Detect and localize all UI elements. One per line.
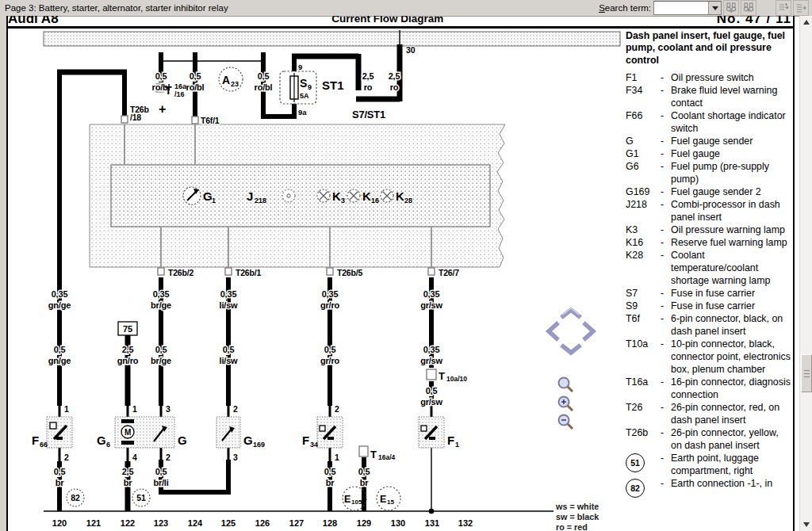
g-label: G — [178, 434, 187, 447]
wire-label: 0,35 — [220, 289, 237, 299]
scroll-up-arrow-icon — [803, 17, 810, 25]
legend-entry: K3-Oil pressure warning lamp — [626, 223, 794, 236]
switch-f34 — [317, 417, 343, 448]
legend-entry: G169-Fuel gauge sender 2 — [626, 185, 794, 198]
wire-label: 0,5 — [155, 345, 167, 354]
wire-label: gn/ro — [117, 356, 139, 365]
wire-label: br/ge — [151, 300, 171, 310]
st1-connector-gap — [354, 91, 363, 96]
magnifier-icon — [559, 378, 569, 388]
track-number: 121 — [86, 518, 101, 528]
legend-dash: - — [661, 198, 671, 211]
wire-label: 0,5 — [155, 467, 167, 476]
legend-dash: - — [661, 185, 671, 198]
f34-label: F — [302, 434, 309, 447]
wire-label: 0,5 — [426, 386, 438, 395]
scroll-up-button[interactable] — [800, 16, 812, 29]
color-key-line: sw = black — [556, 512, 599, 522]
vertical-scrollbar[interactable] — [799, 16, 812, 531]
legend-entry: 51-Earth point, luggage compartment, rig… — [626, 452, 794, 477]
pin-label: 1 — [64, 404, 69, 414]
connector-t6f1-label: T6f/1 — [201, 116, 220, 125]
connector-t16a16-sup: 16a — [174, 82, 187, 90]
legend-dash: - — [661, 426, 671, 439]
legend-code: T26 — [626, 401, 661, 414]
pin-label: 4 — [132, 453, 137, 462]
scroll-down-button[interactable] — [800, 518, 812, 531]
pan-down-chevron-icon[interactable] — [563, 346, 579, 353]
g169-label: G — [243, 434, 253, 447]
pin-label: 2 — [64, 453, 69, 462]
scroll-down-arrow-icon — [803, 522, 810, 530]
wire-label: 2,5 — [122, 467, 134, 476]
wire-label: ro/bl — [186, 82, 205, 92]
wire-label: br — [124, 478, 133, 487]
legend-desc: Brake fluid level warning contact — [671, 84, 791, 109]
legend-desc: Coolant shortage indicator switch — [671, 109, 791, 135]
pan-right-chevron-icon[interactable] — [585, 324, 593, 338]
legend-desc: Earth connection -1-, in — [671, 477, 791, 490]
pan-left-chevron-icon[interactable] — [549, 324, 557, 338]
track-number: 130 — [391, 518, 405, 528]
wire-label: gn/ge — [48, 356, 71, 365]
legend-code: T16a — [626, 376, 661, 388]
zoom-out-button[interactable] — [559, 415, 573, 430]
legend-dash: - — [661, 84, 671, 97]
gauge-g1-symbol — [183, 187, 201, 204]
legend-code: G1 — [626, 147, 661, 160]
wire-label: 0,35 — [153, 289, 170, 299]
legend-desc: Fuel gauge — [671, 147, 791, 160]
color-key-line: ws = white — [556, 502, 599, 512]
track-number: 125 — [221, 518, 236, 528]
zoom-in-button[interactable] — [559, 397, 573, 411]
legend-code: T6f — [626, 312, 661, 325]
earth-point-circle: 51 — [626, 453, 645, 472]
wire-label: 0,35 — [52, 289, 68, 299]
g169-sub: 169 — [253, 441, 265, 449]
continuation-band-top — [44, 32, 620, 46]
legend-entry: G1-Fuel gauge — [626, 147, 794, 160]
switch-f66 — [47, 417, 72, 448]
wire-label: 0,5 — [358, 467, 370, 476]
legend-desc: 6-pin connector, black, on dash panel in… — [671, 312, 791, 338]
connector-t16a4-sub: 16a/4 — [378, 453, 396, 461]
connector-t26b2-label: T26b/2 — [168, 268, 193, 277]
terminal-75-label: 75 — [123, 324, 132, 334]
e105-label: E — [344, 494, 350, 505]
f66-label: F — [32, 434, 39, 447]
wire-label: gr/ro — [320, 300, 340, 310]
legend-desc: Fuse in fuse carrier — [671, 287, 791, 300]
scrollbar-grip — [804, 370, 810, 377]
legend-code: K16 — [626, 236, 661, 249]
track-number: 123 — [154, 518, 168, 528]
fuse-terminal-9: 9 — [298, 63, 302, 71]
k3-sub: 3 — [341, 197, 345, 204]
wire-label: br/ge — [151, 356, 171, 365]
wire-label: gr/ro — [320, 356, 340, 365]
component-legend: Dash panel insert, fuel gauge, fuel pump… — [626, 30, 794, 531]
e105-sub: 105 — [351, 499, 362, 506]
k3-label: K — [332, 189, 341, 203]
switch-f1 — [419, 417, 444, 448]
magnifier-handle — [568, 387, 573, 392]
connector-t26-7-label: T26/7 — [439, 268, 459, 277]
zoom-reset-button[interactable] — [559, 378, 573, 392]
legend-desc: Fuel gauge sender — [671, 135, 791, 147]
wire-label: 2,5 — [362, 71, 374, 81]
legend-entry: K28-Coolant temperature/coolant shortage… — [626, 249, 794, 287]
legend-dash: - — [661, 401, 671, 414]
legend-dash: - — [661, 147, 671, 160]
scrollbar-thumb[interactable] — [801, 354, 812, 392]
wire-label: 0,5 — [223, 345, 235, 354]
terminal-30-label: 30 — [406, 45, 416, 55]
f66-sub: 66 — [40, 441, 48, 449]
legend-code: S9 — [626, 300, 661, 312]
legend-code: T26b — [626, 426, 661, 439]
legend-desc: Coolant temperature/coolant shortage war… — [671, 249, 791, 287]
wire-label: 0,5 — [324, 345, 336, 354]
legend-dash: - — [661, 109, 671, 122]
legend-code: K3 — [626, 223, 661, 236]
connection-a23-label: A — [222, 74, 230, 86]
legend-desc: 26-pin connector, red, on dash panel ins… — [671, 401, 791, 426]
connector-t10a10-label: T — [439, 370, 445, 382]
